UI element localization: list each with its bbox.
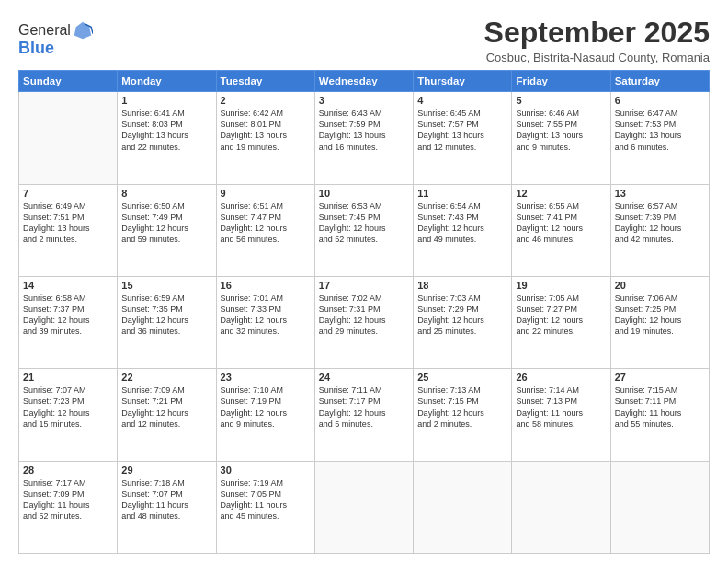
day-number: 17 [319,280,409,291]
day-info: Sunrise: 7:05 AMSunset: 7:27 PMDaylight:… [516,293,606,338]
table-row [610,461,709,553]
month-title: September 2025 [484,17,710,49]
table-row: 2Sunrise: 6:42 AMSunset: 8:01 PMDaylight… [216,92,314,184]
table-row: 6Sunrise: 6:47 AMSunset: 7:53 PMDaylight… [610,92,709,184]
day-number: 26 [516,372,606,383]
table-row: 21Sunrise: 7:07 AMSunset: 7:23 PMDayligh… [19,369,118,461]
day-info: Sunrise: 7:07 AMSunset: 7:23 PMDaylight:… [23,385,113,430]
logo-icon [73,20,93,40]
logo-general-text: General [18,22,71,39]
day-number: 27 [615,372,705,383]
table-row: 17Sunrise: 7:02 AMSunset: 7:31 PMDayligh… [314,276,413,368]
table-row: 15Sunrise: 6:59 AMSunset: 7:35 PMDayligh… [118,276,216,368]
table-row: 14Sunrise: 6:58 AMSunset: 7:37 PMDayligh… [19,276,118,368]
table-row: 11Sunrise: 6:54 AMSunset: 7:43 PMDayligh… [414,184,512,276]
table-row: 10Sunrise: 6:53 AMSunset: 7:45 PMDayligh… [314,184,413,276]
day-number: 20 [615,280,705,291]
calendar-week-3: 21Sunrise: 7:07 AMSunset: 7:23 PMDayligh… [19,369,710,461]
table-row: 30Sunrise: 7:19 AMSunset: 7:05 PMDayligh… [216,461,314,553]
table-row: 9Sunrise: 6:51 AMSunset: 7:47 PMDaylight… [216,184,314,276]
day-number: 2 [221,95,311,106]
day-info: Sunrise: 7:01 AMSunset: 7:33 PMDaylight:… [221,293,311,338]
col-saturday: Saturday [610,71,709,92]
day-info: Sunrise: 7:18 AMSunset: 7:07 PMDaylight:… [121,477,211,523]
day-info: Sunrise: 7:17 AMSunset: 7:09 PMDaylight:… [23,477,113,523]
table-row: 20Sunrise: 7:06 AMSunset: 7:25 PMDayligh… [610,276,709,368]
day-info: Sunrise: 6:54 AMSunset: 7:43 PMDaylight:… [417,201,507,246]
table-row: 19Sunrise: 7:05 AMSunset: 7:27 PMDayligh… [512,276,610,368]
day-info: Sunrise: 6:50 AMSunset: 7:49 PMDaylight:… [121,201,211,246]
day-number: 19 [516,280,606,291]
day-info: Sunrise: 7:03 AMSunset: 7:29 PMDaylight:… [417,293,507,338]
day-info: Sunrise: 6:57 AMSunset: 7:39 PMDaylight:… [615,201,705,246]
day-number: 22 [121,372,211,383]
calendar-week-4: 28Sunrise: 7:17 AMSunset: 7:09 PMDayligh… [19,461,710,553]
day-info: Sunrise: 7:13 AMSunset: 7:15 PMDaylight:… [417,385,507,430]
calendar-week-1: 7Sunrise: 6:49 AMSunset: 7:51 PMDaylight… [19,184,710,276]
day-number: 8 [121,188,211,199]
header-row: Sunday Monday Tuesday Wednesday Thursday… [19,71,710,92]
day-info: Sunrise: 6:42 AMSunset: 8:01 PMDaylight:… [221,108,311,153]
col-monday: Monday [118,71,216,92]
table-row: 7Sunrise: 6:49 AMSunset: 7:51 PMDaylight… [19,184,118,276]
day-number: 1 [121,95,211,106]
table-row: 25Sunrise: 7:13 AMSunset: 7:15 PMDayligh… [414,369,512,461]
table-row: 12Sunrise: 6:55 AMSunset: 7:41 PMDayligh… [512,184,610,276]
day-number: 28 [23,465,113,476]
calendar-week-2: 14Sunrise: 6:58 AMSunset: 7:37 PMDayligh… [19,276,710,368]
table-row: 8Sunrise: 6:50 AMSunset: 7:49 PMDaylight… [118,184,216,276]
day-number: 25 [417,372,507,383]
day-number: 15 [121,280,211,291]
table-row: 24Sunrise: 7:11 AMSunset: 7:17 PMDayligh… [314,369,413,461]
calendar-week-0: 1Sunrise: 6:41 AMSunset: 8:03 PMDaylight… [19,92,710,184]
logo: General Blue [18,20,93,58]
header: General Blue September 2025 Cosbuc, Bist… [18,17,710,64]
table-row [512,461,610,553]
table-row [19,92,118,184]
day-number: 29 [121,465,211,476]
day-info: Sunrise: 6:59 AMSunset: 7:35 PMDaylight:… [121,293,211,338]
day-info: Sunrise: 7:02 AMSunset: 7:31 PMDaylight:… [319,293,409,338]
table-row: 23Sunrise: 7:10 AMSunset: 7:19 PMDayligh… [216,369,314,461]
col-sunday: Sunday [19,71,118,92]
day-number: 23 [221,372,311,383]
day-info: Sunrise: 6:41 AMSunset: 8:03 PMDaylight:… [121,108,211,153]
table-row [414,461,512,553]
day-info: Sunrise: 6:43 AMSunset: 7:59 PMDaylight:… [319,108,409,153]
day-number: 10 [319,188,409,199]
day-number: 6 [615,95,705,106]
table-row: 13Sunrise: 6:57 AMSunset: 7:39 PMDayligh… [610,184,709,276]
day-number: 12 [516,188,606,199]
day-info: Sunrise: 6:53 AMSunset: 7:45 PMDaylight:… [319,201,409,246]
col-tuesday: Tuesday [216,71,314,92]
page: General Blue September 2025 Cosbuc, Bist… [0,0,728,563]
location: Cosbuc, Bistrita-Nasaud County, Romania [484,51,710,64]
day-info: Sunrise: 7:14 AMSunset: 7:13 PMDaylight:… [516,385,606,430]
day-number: 30 [221,465,311,476]
table-row: 22Sunrise: 7:09 AMSunset: 7:21 PMDayligh… [118,369,216,461]
day-info: Sunrise: 7:11 AMSunset: 7:17 PMDaylight:… [319,385,409,430]
day-info: Sunrise: 7:09 AMSunset: 7:21 PMDaylight:… [121,385,211,430]
table-row [314,461,413,553]
day-info: Sunrise: 7:10 AMSunset: 7:19 PMDaylight:… [221,385,311,430]
day-number: 3 [319,95,409,106]
col-friday: Friday [512,71,610,92]
day-number: 21 [23,372,113,383]
day-info: Sunrise: 6:49 AMSunset: 7:51 PMDaylight:… [23,201,113,246]
day-number: 14 [23,280,113,291]
table-row: 4Sunrise: 6:45 AMSunset: 7:57 PMDaylight… [414,92,512,184]
table-row: 1Sunrise: 6:41 AMSunset: 8:03 PMDaylight… [118,92,216,184]
day-number: 16 [221,280,311,291]
calendar-table: Sunday Monday Tuesday Wednesday Thursday… [18,70,710,554]
col-thursday: Thursday [414,71,512,92]
day-info: Sunrise: 7:06 AMSunset: 7:25 PMDaylight:… [615,293,705,338]
day-info: Sunrise: 6:58 AMSunset: 7:37 PMDaylight:… [23,293,113,338]
table-row: 29Sunrise: 7:18 AMSunset: 7:07 PMDayligh… [118,461,216,553]
day-info: Sunrise: 7:15 AMSunset: 7:11 PMDaylight:… [615,385,705,430]
day-number: 5 [516,95,606,106]
logo-blue-text: Blue [18,39,93,58]
table-row: 5Sunrise: 6:46 AMSunset: 7:55 PMDaylight… [512,92,610,184]
table-row: 28Sunrise: 7:17 AMSunset: 7:09 PMDayligh… [19,461,118,553]
day-number: 11 [417,188,507,199]
col-wednesday: Wednesday [314,71,413,92]
